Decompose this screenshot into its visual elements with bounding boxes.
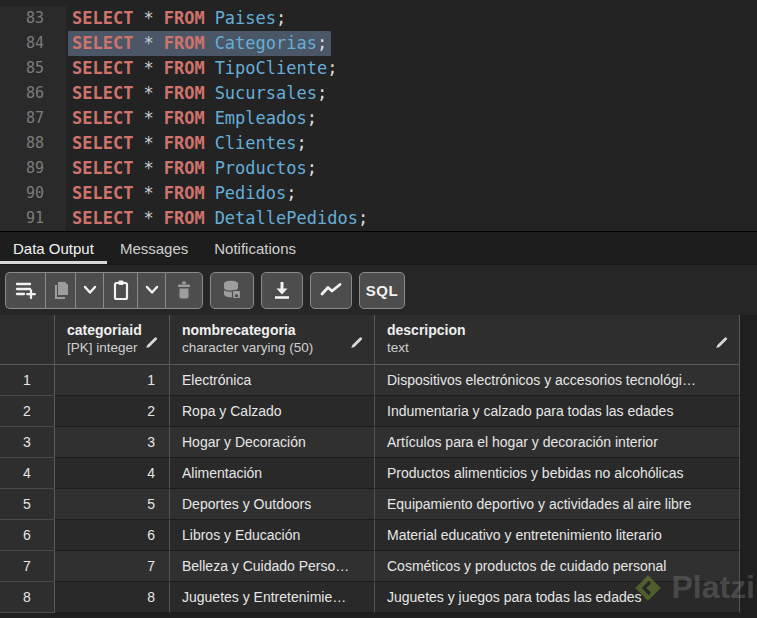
edit-pencil-icon[interactable] [349,334,364,349]
sql-keyword: FROM [164,133,205,153]
copy-button[interactable] [45,272,75,309]
edit-pencil-icon[interactable] [144,334,159,349]
cell-categoriaid[interactable]: 2 [55,396,170,427]
database-save-icon [221,279,243,301]
code-line[interactable]: 91 SELECT*FROMDetallePedidos; [0,206,757,231]
code-line[interactable]: 89 SELECT*FROMProductos; [0,156,757,181]
cell-categoriaid[interactable]: 4 [55,458,170,489]
sql-editor[interactable]: 83 SELECT*FROMPaises; 84 SELECT*FROMCate… [0,0,757,232]
cell-descripcion[interactable]: Juguetes y juegos para todas las edades [375,582,740,613]
code-line[interactable]: 90 SELECT*FROMPedidos; [0,181,757,206]
cell-nombrecategoria[interactable]: Deportes y Outdoors [170,489,375,520]
sql-star: * [143,158,153,178]
sql-keyword: SELECT [72,108,133,128]
copy-options-button[interactable] [75,272,103,309]
cell-categoriaid[interactable]: 5 [55,489,170,520]
sql-keyword: SELECT [72,183,133,203]
sql-keyword: SELECT [72,208,133,228]
code-line[interactable]: 88 SELECT*FROMClientes; [0,131,757,156]
cell-nombrecategoria[interactable]: Alimentación [170,458,375,489]
add-row-icon [14,280,38,300]
sql-star: * [143,108,153,128]
table-row: 3 3 Hogar y Decoración Artículos para el… [0,427,757,458]
cell-nombrecategoria[interactable]: Hogar y Decoración [170,427,375,458]
line-chart-icon [319,281,343,299]
cell-descripcion[interactable]: Dispositivos electrónicos y accesorios t… [375,365,740,396]
trash-icon [174,280,194,300]
line-number: 83 [0,6,52,31]
download-icon [271,279,293,301]
tab-data-output[interactable]: Data Output [0,232,107,264]
sql-table-name: Productos [215,158,307,178]
add-row-button[interactable] [5,272,45,309]
cell-nombrecategoria[interactable]: Electrónica [170,365,375,396]
graph-visualiser-button[interactable] [310,272,352,309]
paste-icon [111,279,131,301]
data-output-grid: categoriaid [PK] integer nombrecategoria… [0,315,757,618]
cell-descripcion[interactable]: Material educativo y entretenimiento lit… [375,520,740,551]
chevron-down-icon [144,285,160,295]
cell-descripcion[interactable]: Equipamiento deportivo y actividades al … [375,489,740,520]
line-number: 86 [0,81,52,106]
row-selector[interactable]: 5 [0,489,55,520]
grid-header-row: categoriaid [PK] integer nombrecategoria… [0,315,757,365]
cell-categoriaid[interactable]: 3 [55,427,170,458]
sql-keyword: SELECT [72,58,133,78]
cell-nombrecategoria[interactable]: Libros y Educación [170,520,375,551]
save-results-button[interactable] [261,272,303,309]
cell-descripcion[interactable]: Cosméticos y productos de cuidado person… [375,551,740,582]
sql-table-name: Paises [215,8,276,28]
sql-keyword: FROM [164,33,205,53]
row-selector[interactable]: 3 [0,427,55,458]
column-header-descripcion[interactable]: descripcion text [375,315,740,365]
sql-keyword: SELECT [72,33,133,53]
tab-notifications[interactable]: Notifications [201,232,309,264]
row-selector[interactable]: 2 [0,396,55,427]
select-all-header[interactable] [0,315,55,365]
sql-table-name: TipoCliente [215,58,328,78]
code-line[interactable]: 83 SELECT*FROMPaises; [0,6,757,31]
row-selector[interactable]: 7 [0,551,55,582]
code-line[interactable]: 87 SELECT*FROMEmpleados; [0,106,757,131]
sql-keyword: FROM [164,8,205,28]
delete-row-button[interactable] [165,272,203,309]
paste-button[interactable] [103,272,137,309]
cell-categoriaid[interactable]: 6 [55,520,170,551]
sql-table-name: Categorias [215,33,317,53]
cell-categoriaid[interactable]: 7 [55,551,170,582]
table-row: 2 2 Ropa y Calzado Indumentaria y calzad… [0,396,757,427]
row-selector[interactable]: 4 [0,458,55,489]
cell-descripcion[interactable]: Artículos para el hogar y decoración int… [375,427,740,458]
cell-descripcion[interactable]: Productos alimenticios y bebidas no alco… [375,458,740,489]
line-number: 88 [0,131,52,156]
row-selector[interactable]: 1 [0,365,55,396]
sql-star: * [143,133,153,153]
row-selector[interactable]: 6 [0,520,55,551]
line-number: 90 [0,181,52,206]
sql-button[interactable]: SQL [359,272,405,309]
save-data-changes-button[interactable] [210,272,254,309]
code-line[interactable]: 86 SELECT*FROMSucursales; [0,81,757,106]
query-tool-window: 83 SELECT*FROMPaises; 84 SELECT*FROMCate… [0,0,757,618]
cell-descripcion[interactable]: Indumentaria y calzado para todas las ed… [375,396,740,427]
output-tabbar: Data Output Messages Notifications [0,232,757,265]
row-selector[interactable]: 8 [0,582,55,613]
cell-nombrecategoria[interactable]: Belleza y Cuidado Perso… [170,551,375,582]
paste-options-button[interactable] [137,272,165,309]
line-number: 89 [0,156,52,181]
sql-keyword: FROM [164,58,205,78]
code-line-selected[interactable]: 84 SELECT*FROMCategorias; [0,31,757,56]
tab-messages[interactable]: Messages [107,232,201,264]
cell-nombrecategoria[interactable]: Juguetes y Entretenimie… [170,582,375,613]
cell-categoriaid[interactable]: 1 [55,365,170,396]
copy-icon [51,280,71,300]
column-header-categoriaid[interactable]: categoriaid [PK] integer [55,315,170,365]
edit-pencil-icon[interactable] [714,334,729,349]
cell-nombrecategoria[interactable]: Ropa y Calzado [170,396,375,427]
line-number: 85 [0,56,52,81]
line-number: 87 [0,106,52,131]
column-header-nombrecategoria[interactable]: nombrecategoria character varying (50) [170,315,375,365]
code-line[interactable]: 85 SELECT*FROMTipoCliente; [0,56,757,81]
sql-keyword: SELECT [72,158,133,178]
cell-categoriaid[interactable]: 8 [55,582,170,613]
